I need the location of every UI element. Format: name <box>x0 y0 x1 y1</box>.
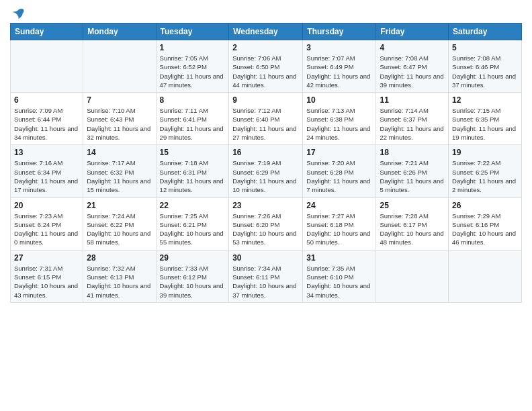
calendar-cell: 30Sunrise: 7:34 AM Sunset: 6:11 PM Dayli… <box>229 250 303 302</box>
day-number: 24 <box>306 201 372 210</box>
day-info: Sunrise: 7:16 AM Sunset: 6:34 PM Dayligh… <box>14 158 79 194</box>
day-info: Sunrise: 7:34 AM Sunset: 6:11 PM Dayligh… <box>232 264 299 300</box>
calendar-cell: 24Sunrise: 7:27 AM Sunset: 6:18 PM Dayli… <box>303 197 376 250</box>
day-info: Sunrise: 7:13 AM Sunset: 6:38 PM Dayligh… <box>306 106 372 142</box>
weekday-header-thursday: Thursday <box>303 24 376 40</box>
weekday-header-tuesday: Tuesday <box>156 24 229 40</box>
calendar-cell: 20Sunrise: 7:23 AM Sunset: 6:24 PM Dayli… <box>11 197 83 250</box>
day-info: Sunrise: 7:17 AM Sunset: 6:32 PM Dayligh… <box>87 158 152 194</box>
day-info: Sunrise: 7:24 AM Sunset: 6:22 PM Dayligh… <box>87 212 152 247</box>
day-number: 3 <box>306 43 372 52</box>
calendar-cell: 16Sunrise: 7:19 AM Sunset: 6:29 PM Dayli… <box>229 145 303 197</box>
day-info: Sunrise: 7:08 AM Sunset: 6:47 PM Dayligh… <box>380 54 445 89</box>
calendar-cell <box>11 40 83 93</box>
calendar-cell <box>449 250 522 302</box>
day-number: 17 <box>306 148 372 157</box>
weekday-header-row: SundayMondayTuesdayWednesdayThursdayFrid… <box>11 24 522 40</box>
day-number: 9 <box>232 95 299 105</box>
day-number: 21 <box>87 201 152 210</box>
calendar-cell: 25Sunrise: 7:28 AM Sunset: 6:17 PM Dayli… <box>376 197 449 250</box>
calendar-page: SundayMondayTuesdayWednesdayThursdayFrid… <box>0 0 532 313</box>
calendar-cell: 10Sunrise: 7:13 AM Sunset: 6:38 PM Dayli… <box>303 93 376 145</box>
calendar-cell: 9Sunrise: 7:12 AM Sunset: 6:40 PM Daylig… <box>229 93 303 145</box>
calendar-cell: 28Sunrise: 7:32 AM Sunset: 6:13 PM Dayli… <box>83 250 156 302</box>
calendar-table: SundayMondayTuesdayWednesdayThursdayFrid… <box>10 23 522 303</box>
calendar-cell: 12Sunrise: 7:15 AM Sunset: 6:35 PM Dayli… <box>449 93 522 145</box>
weekday-header-monday: Monday <box>83 24 156 40</box>
calendar-cell: 26Sunrise: 7:29 AM Sunset: 6:16 PM Dayli… <box>449 197 522 250</box>
day-info: Sunrise: 7:29 AM Sunset: 6:16 PM Dayligh… <box>452 212 518 247</box>
calendar-week-row: 1Sunrise: 7:05 AM Sunset: 6:52 PM Daylig… <box>11 40 522 93</box>
day-number: 25 <box>380 201 445 210</box>
day-number: 14 <box>87 148 152 157</box>
day-info: Sunrise: 7:12 AM Sunset: 6:40 PM Dayligh… <box>232 106 299 142</box>
calendar-cell: 5Sunrise: 7:08 AM Sunset: 6:46 PM Daylig… <box>449 40 522 93</box>
day-number: 20 <box>14 201 79 210</box>
calendar-cell: 29Sunrise: 7:33 AM Sunset: 6:12 PM Dayli… <box>156 250 229 302</box>
day-info: Sunrise: 7:09 AM Sunset: 6:44 PM Dayligh… <box>14 106 79 142</box>
day-info: Sunrise: 7:22 AM Sunset: 6:25 PM Dayligh… <box>452 158 518 194</box>
page-header <box>10 7 522 17</box>
day-info: Sunrise: 7:27 AM Sunset: 6:18 PM Dayligh… <box>306 212 372 247</box>
day-info: Sunrise: 7:15 AM Sunset: 6:35 PM Dayligh… <box>452 106 518 142</box>
logo <box>10 7 25 17</box>
day-info: Sunrise: 7:18 AM Sunset: 6:31 PM Dayligh… <box>160 158 226 194</box>
day-info: Sunrise: 7:14 AM Sunset: 6:37 PM Dayligh… <box>380 106 445 142</box>
calendar-cell: 19Sunrise: 7:22 AM Sunset: 6:25 PM Dayli… <box>449 145 522 197</box>
calendar-cell: 21Sunrise: 7:24 AM Sunset: 6:22 PM Dayli… <box>83 197 156 250</box>
day-number: 1 <box>160 43 226 52</box>
calendar-cell <box>376 250 449 302</box>
calendar-cell: 7Sunrise: 7:10 AM Sunset: 6:43 PM Daylig… <box>83 93 156 145</box>
day-info: Sunrise: 7:35 AM Sunset: 6:10 PM Dayligh… <box>306 264 372 300</box>
day-info: Sunrise: 7:08 AM Sunset: 6:46 PM Dayligh… <box>452 54 518 89</box>
day-number: 27 <box>14 253 79 263</box>
day-info: Sunrise: 7:11 AM Sunset: 6:41 PM Dayligh… <box>160 106 226 142</box>
day-info: Sunrise: 7:20 AM Sunset: 6:28 PM Dayligh… <box>306 158 372 194</box>
calendar-cell: 18Sunrise: 7:21 AM Sunset: 6:26 PM Dayli… <box>376 145 449 197</box>
day-info: Sunrise: 7:19 AM Sunset: 6:29 PM Dayligh… <box>232 158 299 194</box>
day-number: 16 <box>232 148 299 157</box>
day-number: 10 <box>306 95 372 105</box>
calendar-week-row: 27Sunrise: 7:31 AM Sunset: 6:15 PM Dayli… <box>11 250 522 302</box>
weekday-header-sunday: Sunday <box>11 24 83 40</box>
day-number: 15 <box>160 148 226 157</box>
day-number: 8 <box>160 95 226 105</box>
day-info: Sunrise: 7:07 AM Sunset: 6:49 PM Dayligh… <box>306 54 372 89</box>
day-info: Sunrise: 7:06 AM Sunset: 6:50 PM Dayligh… <box>232 54 299 89</box>
weekday-header-friday: Friday <box>376 24 449 40</box>
calendar-cell: 8Sunrise: 7:11 AM Sunset: 6:41 PM Daylig… <box>156 93 229 145</box>
calendar-cell: 11Sunrise: 7:14 AM Sunset: 6:37 PM Dayli… <box>376 93 449 145</box>
calendar-cell: 3Sunrise: 7:07 AM Sunset: 6:49 PM Daylig… <box>303 40 376 93</box>
weekday-header-saturday: Saturday <box>449 24 522 40</box>
day-number: 31 <box>306 253 372 263</box>
day-number: 6 <box>14 95 79 105</box>
day-number: 13 <box>14 148 79 157</box>
calendar-week-row: 6Sunrise: 7:09 AM Sunset: 6:44 PM Daylig… <box>11 93 522 145</box>
calendar-cell <box>83 40 156 93</box>
day-info: Sunrise: 7:05 AM Sunset: 6:52 PM Dayligh… <box>160 54 226 89</box>
day-info: Sunrise: 7:33 AM Sunset: 6:12 PM Dayligh… <box>160 264 226 300</box>
day-info: Sunrise: 7:10 AM Sunset: 6:43 PM Dayligh… <box>87 106 152 142</box>
day-info: Sunrise: 7:26 AM Sunset: 6:20 PM Dayligh… <box>232 212 299 247</box>
calendar-cell: 31Sunrise: 7:35 AM Sunset: 6:10 PM Dayli… <box>303 250 376 302</box>
calendar-cell: 22Sunrise: 7:25 AM Sunset: 6:21 PM Dayli… <box>156 197 229 250</box>
day-number: 7 <box>87 95 152 105</box>
calendar-cell: 15Sunrise: 7:18 AM Sunset: 6:31 PM Dayli… <box>156 145 229 197</box>
calendar-cell: 27Sunrise: 7:31 AM Sunset: 6:15 PM Dayli… <box>11 250 83 302</box>
day-number: 23 <box>232 201 299 210</box>
day-info: Sunrise: 7:32 AM Sunset: 6:13 PM Dayligh… <box>87 264 152 300</box>
day-number: 28 <box>87 253 152 263</box>
day-info: Sunrise: 7:31 AM Sunset: 6:15 PM Dayligh… <box>14 264 79 300</box>
calendar-cell: 23Sunrise: 7:26 AM Sunset: 6:20 PM Dayli… <box>229 197 303 250</box>
day-number: 22 <box>160 201 226 210</box>
calendar-cell: 2Sunrise: 7:06 AM Sunset: 6:50 PM Daylig… <box>229 40 303 93</box>
calendar-cell: 13Sunrise: 7:16 AM Sunset: 6:34 PM Dayli… <box>11 145 83 197</box>
logo-text <box>10 7 25 20</box>
day-number: 5 <box>452 43 518 52</box>
day-number: 30 <box>232 253 299 263</box>
calendar-cell: 1Sunrise: 7:05 AM Sunset: 6:52 PM Daylig… <box>156 40 229 93</box>
day-info: Sunrise: 7:28 AM Sunset: 6:17 PM Dayligh… <box>380 212 445 247</box>
day-number: 19 <box>452 148 518 157</box>
weekday-header-wednesday: Wednesday <box>229 24 303 40</box>
day-number: 29 <box>160 253 226 263</box>
